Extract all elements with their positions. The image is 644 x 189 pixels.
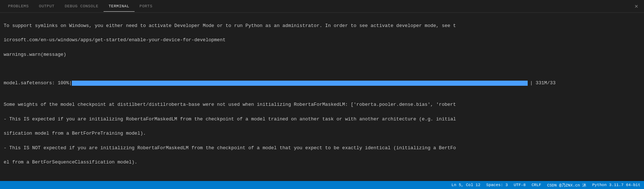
status-line-ending: CRLF xyxy=(532,183,541,187)
terminal-line: - This IS expected if you are initializi… xyxy=(4,116,640,123)
terminal-line: To support symlinks on Windows, you eith… xyxy=(4,22,640,30)
tab-output[interactable]: OUTPUT xyxy=(34,1,60,11)
terminal-line: el from a BertForSequenceClassification … xyxy=(4,159,640,166)
progress-bar-model: model.safetensors: 100%| | 331M/33 xyxy=(4,80,640,87)
tab-problems[interactable]: PROBLEMS xyxy=(3,1,34,11)
status-python-version: Python 3.11.7 64-bit xyxy=(592,183,640,187)
status-ln-col: Ln 5, Col 12 xyxy=(451,183,480,187)
status-spaces: Spaces: 3 xyxy=(486,183,508,187)
terminal-line: - This IS NOT expected if you are initia… xyxy=(4,144,640,152)
status-watermark: CSDN @乃ZNX.cn 沐 xyxy=(547,182,586,188)
tab-debug-console[interactable]: DEBUG CONSOLE xyxy=(59,1,103,11)
status-bar: Ln 5, Col 12 Spaces: 3 UTF-8 CRLF CSDN @… xyxy=(0,181,644,189)
terminal-line: Some weights of the model checkpoint at … xyxy=(4,101,640,108)
terminal-output: To support symlinks on Windows, you eith… xyxy=(0,13,644,181)
terminal-line: icrosoft.com/en-us/windows/apps/get-star… xyxy=(4,36,640,44)
status-encoding: UTF-8 xyxy=(514,183,526,187)
terminal-line: sification model from a BertForPreTraini… xyxy=(4,130,640,137)
tab-ports[interactable]: PORTS xyxy=(135,1,158,11)
tab-bar: PROBLEMS OUTPUT DEBUG CONSOLE TERMINAL P… xyxy=(0,0,644,13)
tab-terminal[interactable]: TERMINAL xyxy=(104,1,135,12)
close-panel-button[interactable]: ✕ xyxy=(632,1,641,11)
progress-label-model: model.safetensors: 100%| xyxy=(4,80,72,87)
terminal-line: warnings.warn(message) xyxy=(4,51,640,58)
progress-fill-model xyxy=(72,81,528,86)
progress-suffix-model: | 331M/33 xyxy=(530,80,555,87)
